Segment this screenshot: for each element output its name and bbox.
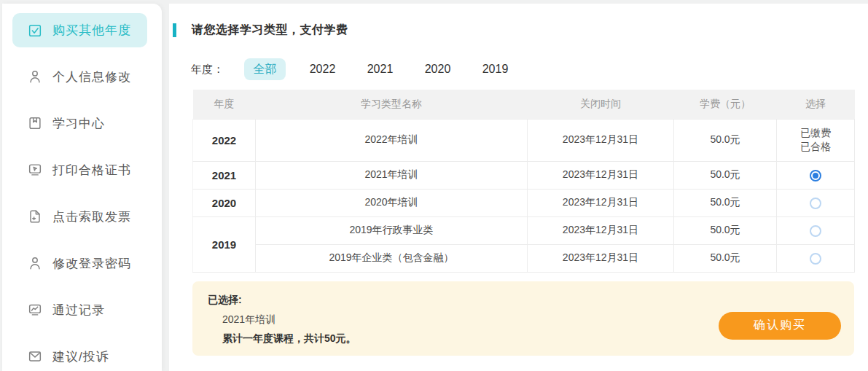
select-cell [777,244,855,272]
selection-summary: 已选择: 2021年培训 累计一年度课程，共计50元。 确认购买 [192,281,854,356]
year-cell: 2020 [193,189,256,216]
year-tab-2022[interactable]: 2022 [302,58,343,80]
radio-2019-enterprise[interactable] [810,253,821,265]
close-time-cell: 2023年12月31日 [528,161,674,189]
radio-2020[interactable] [810,198,821,209]
fee-cell: 50.0元 [674,216,777,244]
sidebar-item-suggestions[interactable]: 建议/投诉 [12,333,147,371]
fee-cell: 50.0元 [674,189,777,216]
monitor-cursor-icon [27,162,43,178]
fee-cell: 50.0元 [674,119,777,161]
header-fee: 学费（元） [674,90,777,119]
mail-icon [27,348,43,364]
table-row-2019-enterprise: 2019年企业类（包含金融） 2023年12月31日 50.0元 [193,244,855,272]
page-title-row: 请您选择学习类型，支付学费 [169,22,868,38]
year-cell: 2019 [193,216,256,272]
sidebar-item-label: 修改登录密码 [52,255,131,272]
sidebar-item-label: 学习中心 [52,115,105,132]
select-cell [777,161,855,189]
selected-label: 已选择: [208,294,854,307]
page-title: 请您选择学习类型，支付学费 [192,23,348,38]
year-cell: 2022 [193,119,256,161]
status-cell: 已缴费 已合格 [777,119,855,161]
sidebar-item-buy-other-years[interactable]: 购买其他年度 [12,13,147,47]
sidebar-item-change-password[interactable]: 修改登录密码 [12,240,147,286]
close-time-cell: 2023年12月31日 [528,216,674,244]
course-name-cell: 2020年培训 [256,189,528,216]
sidebar-item-label: 通过记录 [52,302,105,319]
course-table-header: 年度 学习类型名称 关闭时间 学费（元） 选择 [193,90,855,119]
header-close-time: 关闭时间 [528,90,674,119]
header-year: 年度 [193,90,256,119]
year-tab-all[interactable]: 全部 [244,58,286,80]
table-row-2020: 2020 2020年培训 2023年12月31日 50.0元 [193,189,855,216]
checkbox-check-icon [27,23,43,39]
sidebar-item-learning-center[interactable]: 学习中心 [12,100,147,147]
year-tab-2020[interactable]: 2020 [417,58,458,80]
close-time-cell: 2023年12月31日 [528,244,674,272]
year-tab-2019[interactable]: 2019 [474,58,516,80]
close-time-cell: 2023年12月31日 [528,119,674,161]
book-bookmark-icon [27,115,43,131]
sidebar-item-pass-records[interactable]: 通过记录 [12,286,147,333]
sidebar: 购买其他年度 个人信息修改 学习中心 打印合格证书 点击索取发票 修改登录密码 [2,4,162,371]
sidebar-item-label: 点击索取发票 [52,208,131,225]
status-paid: 已缴费 [777,126,854,140]
sidebar-item-label: 建议/投诉 [52,348,109,365]
select-cell [777,189,855,216]
sidebar-item-request-invoice[interactable]: 点击索取发票 [12,193,147,240]
sidebar-item-label: 打印合格证书 [52,162,131,179]
table-row-2021: 2021 2021年培训 2023年12月31日 50.0元 [193,161,855,189]
header-course-name: 学习类型名称 [256,90,528,119]
sidebar-item-label: 个人信息修改 [52,69,131,85]
course-name-cell: 2019年企业类（包含金融） [256,244,528,272]
table-row-2022: 2022 2022年培训 2023年12月31日 50.0元 已缴费 已合格 [193,119,855,161]
close-time-cell: 2023年12月31日 [528,189,674,216]
header-select: 选择 [777,90,855,119]
sidebar-item-personal-info[interactable]: 个人信息修改 [12,53,147,100]
main-panel: 请您选择学习类型，支付学费 年度： 全部 2022 2021 2020 2019… [169,4,868,371]
year-cell: 2021 [193,161,256,189]
fee-cell: 50.0元 [674,161,777,189]
radio-2021[interactable] [810,170,821,181]
sidebar-item-label: 购买其他年度 [52,22,131,39]
person-icon [27,255,43,271]
select-cell [777,216,855,244]
year-filter-label: 年度： [191,63,224,77]
radio-2019-admin[interactable] [810,225,821,237]
course-name-cell: 2021年培训 [256,161,528,189]
fee-cell: 50.0元 [674,244,777,272]
monitor-chart-icon [27,302,43,318]
person-icon [27,69,43,85]
year-tab-2021[interactable]: 2021 [359,58,401,80]
course-name-cell: 2022年培训 [256,119,528,161]
table-row-2019-admin: 2019 2019年行政事业类 2023年12月31日 50.0元 [193,216,855,244]
course-name-cell: 2019年行政事业类 [256,216,528,244]
status-passed: 已合格 [777,140,854,154]
confirm-purchase-button[interactable]: 确认购买 [719,312,841,340]
title-accent-bar [173,23,176,37]
year-filter: 年度： 全部 2022 2021 2020 2019 [191,58,868,80]
course-purchase-page: { "sidebar": { "items": [ { "label": "购买… [0,0,868,371]
document-plus-icon [27,208,43,224]
course-table: 年度 学习类型名称 关闭时间 学费（元） 选择 2022 2022年培训 202… [192,90,855,273]
sidebar-item-print-certificate[interactable]: 打印合格证书 [12,147,147,193]
